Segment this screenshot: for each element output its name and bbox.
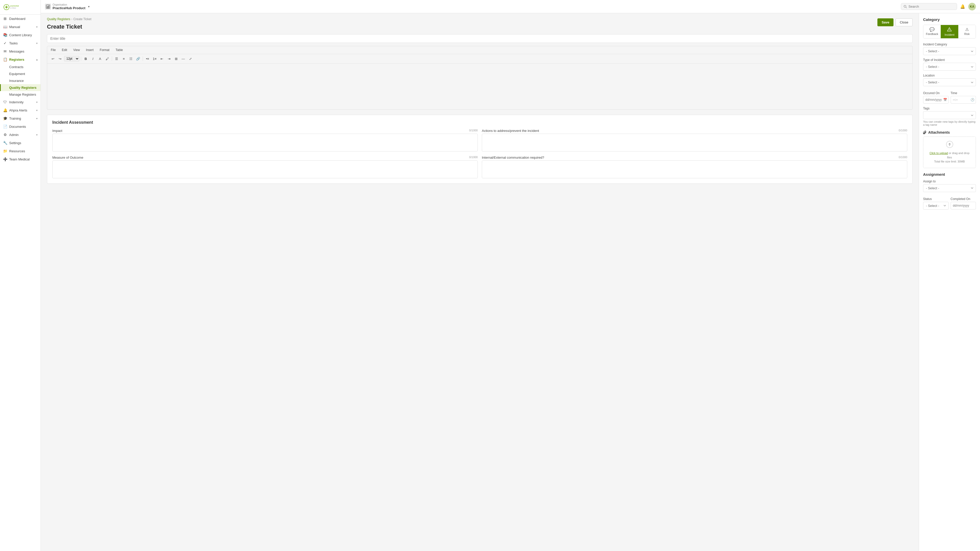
impact-textarea[interactable] bbox=[52, 134, 478, 151]
measure-textarea[interactable] bbox=[52, 160, 478, 178]
italic-button[interactable]: I bbox=[90, 56, 96, 62]
communication-label: Internal/External communication required… bbox=[482, 156, 544, 159]
sidebar-item-ahpra-alerts[interactable]: 🔔 Ahpra Alerts ▾ bbox=[0, 106, 41, 114]
search-input[interactable] bbox=[908, 5, 954, 8]
notifications-icon[interactable]: 🔔 bbox=[960, 4, 965, 9]
logo: practicehub by Gilwave bbox=[3, 3, 24, 12]
outdent-button[interactable]: ⇤ bbox=[159, 56, 165, 62]
ahpra-icon: 🔔 bbox=[3, 108, 7, 112]
upload-link[interactable]: Click to upload bbox=[929, 151, 948, 155]
menu-view[interactable]: View bbox=[72, 48, 81, 52]
breadcrumb-current: Create Ticket bbox=[73, 17, 91, 21]
sidebar-item-indemnity[interactable]: 🛡 Indemnity ▾ bbox=[0, 98, 41, 106]
menu-edit[interactable]: Edit bbox=[61, 48, 68, 52]
sidebar-item-label: Team Medical bbox=[9, 157, 30, 161]
sidebar: practicehub by Gilwave ⊞ Dashboard 📖 Man… bbox=[0, 0, 41, 551]
completed-on-input[interactable] bbox=[951, 202, 976, 210]
impact-field-group: Impact 0/1000 bbox=[52, 129, 478, 151]
chevron-down-icon: ▾ bbox=[36, 109, 38, 112]
undo-button[interactable]: ↩ bbox=[50, 56, 56, 62]
messages-icon: ✉ bbox=[3, 49, 7, 53]
incident-category-label: Incident Category bbox=[923, 43, 976, 46]
sidebar-item-content-library[interactable]: 📚 Content Library bbox=[0, 31, 41, 39]
sidebar-item-admin[interactable]: ⚙ Admin ▾ bbox=[0, 130, 41, 139]
category-tabs: 💬 Feedback Incident ⚠ Risk bbox=[923, 25, 976, 38]
title-input[interactable] bbox=[47, 34, 913, 43]
upload-text: Click to upload or drag and drop files T… bbox=[928, 151, 972, 164]
completed-on-label: Completed On bbox=[951, 197, 976, 201]
editor-body[interactable] bbox=[47, 64, 912, 110]
align-right-button[interactable]: ☷ bbox=[128, 56, 134, 62]
location-label: Location bbox=[923, 74, 976, 77]
status-select[interactable]: - Select - bbox=[923, 202, 948, 210]
occurred-on-label: Occured On bbox=[923, 91, 948, 95]
fullscreen-button[interactable]: ⤢ bbox=[187, 56, 193, 62]
menu-table[interactable]: Table bbox=[115, 48, 124, 52]
attachments-title: Attachments bbox=[923, 130, 976, 135]
incident-assessment-title: Incident Assessment bbox=[52, 120, 907, 125]
font-color-button[interactable]: A bbox=[97, 56, 103, 62]
sidebar-item-registers[interactable]: 📋 Registers ▴ bbox=[0, 56, 41, 64]
sidebar-item-tasks[interactable]: ✓ Tasks ▾ bbox=[0, 39, 41, 47]
sidebar-item-dashboard[interactable]: ⊞ Dashboard bbox=[0, 14, 41, 23]
menu-format[interactable]: Format bbox=[99, 48, 110, 52]
link-button[interactable]: 🔗 bbox=[135, 56, 141, 62]
sidebar-item-manual[interactable]: 📖 Manual ▾ bbox=[0, 23, 41, 31]
avatar[interactable]: KA bbox=[968, 3, 976, 11]
font-size-select[interactable]: 12pt10pt14pt18pt bbox=[64, 56, 80, 62]
location-select[interactable]: - Select - bbox=[923, 78, 976, 86]
sidebar-subitem-contracts[interactable]: Contracts bbox=[0, 64, 41, 70]
tags-select[interactable] bbox=[923, 111, 976, 119]
team-medical-icon: ➕ bbox=[3, 157, 7, 161]
indent-button[interactable]: ⇥ bbox=[166, 56, 172, 62]
org-selector[interactable]: Organisation PracticeHub Product ▾ bbox=[45, 3, 89, 10]
settings-icon: 🔧 bbox=[3, 141, 7, 145]
communication-textarea[interactable] bbox=[482, 160, 907, 178]
sidebar-item-training[interactable]: 🎓 Training ▾ bbox=[0, 114, 41, 122]
impact-count: 0/1000 bbox=[469, 129, 478, 133]
chevron-down-icon: ▾ bbox=[36, 117, 38, 120]
svg-line-11 bbox=[906, 7, 907, 8]
measure-count: 0/1000 bbox=[469, 156, 478, 159]
save-button[interactable]: Save bbox=[877, 18, 893, 26]
highlight-button[interactable]: 🖊 bbox=[104, 56, 110, 62]
sidebar-item-documents[interactable]: 📄 Documents bbox=[0, 122, 41, 130]
assign-to-select[interactable]: - Select - bbox=[923, 184, 976, 192]
editor-menu-bar: File Edit View Insert Format Table bbox=[47, 46, 912, 54]
sidebar-item-messages[interactable]: ✉ Messages bbox=[0, 47, 41, 56]
sidebar-subitem-equipment[interactable]: Equipment bbox=[0, 70, 41, 77]
align-left-button[interactable]: ☰ bbox=[114, 56, 120, 62]
breadcrumb-parent-link[interactable]: Quality Registers bbox=[47, 17, 70, 21]
sidebar-item-resources[interactable]: 📁 Resources bbox=[0, 147, 41, 155]
tab-feedback[interactable]: 💬 Feedback bbox=[923, 25, 941, 38]
sidebar-subitem-manage-registers[interactable]: Manage Registers bbox=[0, 91, 41, 98]
incident-category-select[interactable]: - Select - bbox=[923, 47, 976, 55]
bold-button[interactable]: B bbox=[83, 56, 89, 62]
registers-icon: 📋 bbox=[3, 57, 7, 62]
menu-insert[interactable]: Insert bbox=[85, 48, 95, 52]
redo-button[interactable]: ↪ bbox=[57, 56, 63, 62]
type-of-incident-label: Type of Incident bbox=[923, 58, 976, 62]
upload-area[interactable]: Click to upload or drag and drop files T… bbox=[923, 137, 976, 168]
sidebar-item-settings[interactable]: 🔧 Settings bbox=[0, 139, 41, 147]
numbered-list-button[interactable]: 1≡ bbox=[151, 56, 158, 62]
table-button[interactable]: ⊞ bbox=[173, 56, 179, 62]
main-content: Quality Registers › Create Ticket Create… bbox=[41, 13, 919, 551]
bullet-list-button[interactable]: •≡ bbox=[145, 56, 151, 62]
menu-file[interactable]: File bbox=[50, 48, 57, 52]
actions-textarea[interactable] bbox=[482, 134, 907, 151]
close-button[interactable]: Close bbox=[896, 18, 913, 26]
sidebar-item-label: Training bbox=[9, 117, 21, 121]
training-icon: 🎓 bbox=[3, 116, 7, 121]
tab-risk[interactable]: ⚠ Risk bbox=[958, 25, 976, 38]
sidebar-subitem-quality-registers[interactable]: Quality Registers bbox=[0, 84, 41, 91]
horizontal-rule-button[interactable]: — bbox=[180, 56, 186, 62]
chevron-down-icon: ▾ bbox=[36, 42, 38, 44]
align-center-button[interactable]: ≡ bbox=[121, 56, 127, 62]
type-of-incident-select[interactable]: - Select - bbox=[923, 63, 976, 71]
tab-incident[interactable]: Incident bbox=[941, 25, 958, 38]
chevron-down-icon: ▾ bbox=[88, 5, 89, 8]
sidebar-subitem-insurance[interactable]: Insurance bbox=[0, 77, 41, 84]
sidebar-item-team-medical[interactable]: ➕ Team Medical bbox=[0, 155, 41, 163]
search-box[interactable] bbox=[901, 3, 957, 10]
